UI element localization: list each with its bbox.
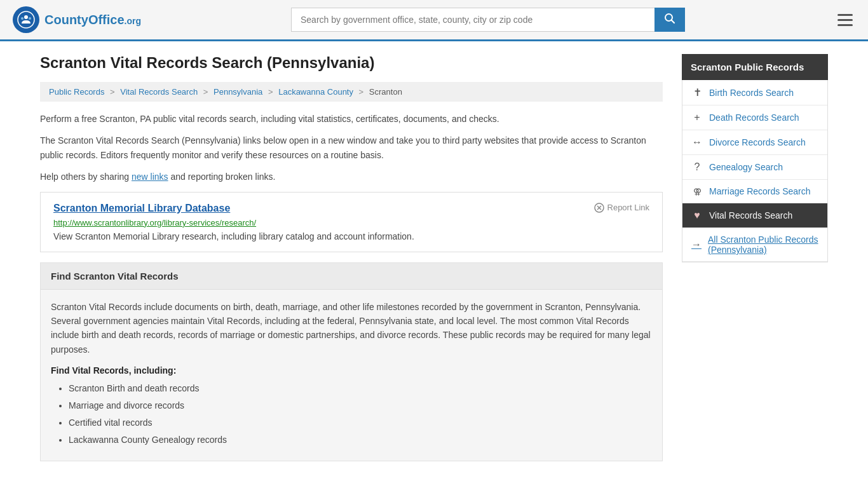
sidebar-item-genealogy-label: Genealogy Search xyxy=(709,162,783,172)
breadcrumb-sep-2: > xyxy=(203,87,208,97)
breadcrumb-scranton: Scranton xyxy=(369,87,402,97)
sidebar-item-birth-label: Birth Records Search xyxy=(709,88,794,98)
logo-text: CountyOffice.org xyxy=(44,13,141,27)
site-header: CountyOffice.org xyxy=(0,0,868,41)
sidebar-header: Scranton Public Records xyxy=(682,54,828,80)
logo-area: CountyOffice.org xyxy=(13,6,141,33)
list-item: Marriage and divorce records xyxy=(69,399,652,412)
sidebar-item-divorce[interactable]: ↔ Divorce Records Search xyxy=(682,130,827,155)
search-button[interactable] xyxy=(654,8,685,32)
breadcrumb-sep-4: > xyxy=(359,87,364,97)
find-section-body: Scranton Vital Records include documents… xyxy=(41,290,662,461)
all-link-arrow-icon: → xyxy=(691,239,702,250)
svg-line-5 xyxy=(672,20,675,23)
list-item: Certified vital records xyxy=(69,416,652,430)
link-card-title[interactable]: Scranton Memorial Library Database xyxy=(53,203,230,214)
link-card-url[interactable]: http://www.scrantonlibrary.org/library-s… xyxy=(53,218,649,227)
menu-button[interactable] xyxy=(835,11,855,29)
intro-para-3: Help others by sharing new links and rep… xyxy=(40,170,663,184)
logo-ext: .org xyxy=(125,16,141,26)
content-wrapper: Scranton Vital Records Search (Pennsylva… xyxy=(21,41,847,474)
death-icon: + xyxy=(691,112,703,123)
breadcrumb-sep-1: > xyxy=(110,87,115,97)
divorce-icon: ↔ xyxy=(691,137,703,148)
sidebar-item-vital[interactable]: ♥ Vital Records Search xyxy=(682,203,827,228)
vital-icon: ♥ xyxy=(691,210,703,221)
svg-point-2 xyxy=(21,17,24,20)
logo-icon xyxy=(13,6,39,33)
report-link-button[interactable]: Report Link xyxy=(594,203,649,213)
find-section-heading: Find Scranton Vital Records xyxy=(41,263,662,290)
sidebar-item-vital-label: Vital Records Search xyxy=(709,210,792,220)
intro3-post: and reporting broken links. xyxy=(168,172,276,182)
sidebar-menu: ✝ Birth Records Search + Death Records S… xyxy=(682,80,828,262)
sidebar-all-link[interactable]: → All Scranton Public Records (Pennsylva… xyxy=(682,228,827,262)
sidebar-item-death[interactable]: + Death Records Search xyxy=(682,105,827,130)
intro-para-1: Perform a free Scranton, PA public vital… xyxy=(40,112,663,126)
new-links-link[interactable]: new links xyxy=(132,172,168,182)
sidebar-all-label: All Scranton Public Records (Pennsylvani… xyxy=(708,234,818,255)
search-input[interactable] xyxy=(291,8,654,32)
marriage-icon: ⚢ xyxy=(691,187,703,196)
find-section-list-heading: Find Vital Records, including: xyxy=(51,365,652,376)
sidebar-item-marriage-label: Marriage Records Search xyxy=(709,186,811,196)
breadcrumb: Public Records > Vital Records Search > … xyxy=(40,82,663,102)
report-link-label: Report Link xyxy=(607,203,649,212)
sidebar-item-marriage[interactable]: ⚢ Marriage Records Search xyxy=(682,180,827,203)
list-item: Lackawanna County Genealogy records xyxy=(69,433,652,447)
breadcrumb-public-records[interactable]: Public Records xyxy=(49,87,104,97)
sidebar-item-divorce-label: Divorce Records Search xyxy=(709,137,806,147)
intro3-pre: Help others by sharing xyxy=(40,172,132,182)
sidebar-item-genealogy[interactable]: ? Genealogy Search xyxy=(682,155,827,180)
svg-point-1 xyxy=(24,15,28,19)
main-content: Scranton Vital Records Search (Pennsylva… xyxy=(40,54,663,461)
link-card-desc: View Scranton Memorial Library research,… xyxy=(53,231,649,241)
page-title: Scranton Vital Records Search (Pennsylva… xyxy=(40,54,663,72)
list-item: Scranton Birth and death records xyxy=(69,382,652,395)
genealogy-icon: ? xyxy=(691,161,703,173)
intro-para-2: The Scranton Vital Records Search (Penns… xyxy=(40,133,663,162)
report-icon xyxy=(594,203,604,213)
breadcrumb-vital-records-search[interactable]: Vital Records Search xyxy=(120,87,198,97)
breadcrumb-pennsylvania[interactable]: Pennsylvania xyxy=(214,87,262,97)
sidebar: Scranton Public Records ✝ Birth Records … xyxy=(682,54,828,461)
logo-name: CountyOffice xyxy=(44,13,125,27)
breadcrumb-sep-3: > xyxy=(268,87,273,97)
sidebar-item-death-label: Death Records Search xyxy=(709,112,799,123)
breadcrumb-lackawanna[interactable]: Lackawanna County xyxy=(278,87,353,97)
find-section-para: Scranton Vital Records include documents… xyxy=(51,300,652,357)
svg-point-0 xyxy=(18,11,34,28)
find-section: Find Scranton Vital Records Scranton Vit… xyxy=(40,262,663,462)
find-section-list: Scranton Birth and death records Marriag… xyxy=(51,382,652,447)
svg-point-3 xyxy=(29,17,31,20)
link-card: Scranton Memorial Library Database Repor… xyxy=(40,192,663,252)
search-area xyxy=(291,8,685,32)
sidebar-item-birth[interactable]: ✝ Birth Records Search xyxy=(682,80,827,105)
link-card-header: Scranton Memorial Library Database Repor… xyxy=(53,203,649,214)
birth-icon: ✝ xyxy=(691,86,703,98)
